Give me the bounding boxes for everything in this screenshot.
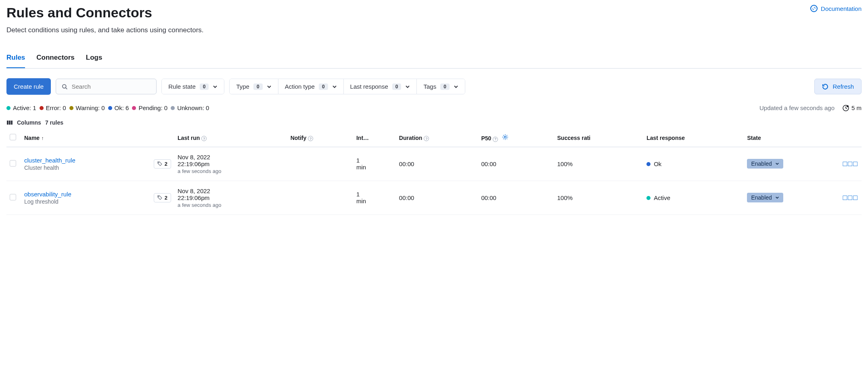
row-checkbox[interactable]	[10, 194, 16, 200]
svg-point-3	[847, 105, 849, 107]
svg-point-0	[63, 84, 66, 88]
status-active: Active: 1	[6, 104, 36, 111]
info-icon: ?	[493, 137, 498, 142]
page-subtitle: Detect conditions using rules, and take …	[6, 26, 862, 34]
col-state[interactable]: State	[744, 129, 839, 147]
cell-p50: 00:00	[478, 181, 554, 215]
rule-type: Log threshold	[24, 198, 147, 205]
status-error: Error: 0	[40, 104, 66, 111]
col-name[interactable]: Name↑	[21, 129, 151, 147]
svg-rect-4	[7, 121, 8, 125]
info-icon: ?	[308, 136, 313, 141]
cell-interval: 1min	[353, 147, 396, 181]
filter-type[interactable]: Type0	[230, 79, 278, 94]
state-badge[interactable]: Enabled	[747, 193, 783, 202]
search-input[interactable]	[71, 83, 151, 90]
col-interval[interactable]: Int…	[353, 129, 396, 147]
svg-rect-5	[9, 121, 10, 125]
col-last-run[interactable]: Last run?	[174, 129, 287, 147]
tab-logs[interactable]: Logs	[86, 50, 102, 68]
filter-last-response[interactable]: Last response0	[344, 79, 417, 94]
chevron-down-icon	[332, 84, 337, 89]
row-actions-button[interactable]: □□□	[843, 160, 858, 168]
documentation-link[interactable]: Documentation	[810, 5, 862, 12]
status-unknown: Unknown: 0	[171, 104, 209, 111]
filter-tags[interactable]: Tags0	[417, 79, 464, 94]
refresh-label: Refresh	[832, 83, 854, 90]
clock-icon	[843, 105, 849, 111]
chevron-down-icon	[775, 196, 779, 200]
toolbar: Create rule Rule state0 Type0Action type…	[6, 78, 862, 95]
table-meta: Columns 7 rules	[6, 119, 862, 126]
info-icon: ?	[201, 136, 207, 141]
chevron-down-icon	[775, 162, 779, 166]
updated-text: Updated a few seconds ago	[759, 104, 835, 111]
tab-connectors[interactable]: Connectors	[36, 50, 74, 68]
gear-icon[interactable]	[502, 134, 508, 140]
create-rule-button[interactable]: Create rule	[6, 78, 51, 95]
col-notify[interactable]: Notify?	[287, 129, 353, 147]
status-pending: Pending: 0	[132, 104, 167, 111]
col-p50[interactable]: P50?	[478, 129, 554, 147]
search-container[interactable]	[56, 79, 157, 94]
col-duration[interactable]: Duration?	[396, 129, 478, 147]
table-row: cluster_health_ruleCluster health2Nov 8,…	[6, 147, 862, 181]
rules-count: 7 rules	[45, 119, 63, 126]
cell-p50: 00:00	[478, 147, 554, 181]
columns-button[interactable]: Columns	[17, 119, 41, 126]
chevron-down-icon	[454, 84, 458, 89]
chevron-down-icon	[405, 84, 410, 89]
columns-icon	[6, 119, 13, 126]
status-row: Active: 1Error: 0Warning: 0Ok: 6Pending:…	[6, 104, 862, 111]
status-warning: Warning: 0	[69, 104, 105, 111]
tag-count[interactable]: 2	[154, 159, 171, 169]
chevron-down-icon	[213, 84, 218, 89]
documentation-label: Documentation	[821, 5, 862, 12]
last-run-time: 22:19:06pm	[178, 160, 284, 167]
chevron-down-icon	[267, 84, 272, 89]
interval-text: 5 m	[851, 104, 862, 111]
filter-action-type[interactable]: Action type0	[278, 79, 344, 94]
rule-name-link[interactable]: observability_rule	[24, 191, 147, 198]
info-icon: ?	[424, 136, 429, 141]
svg-point-9	[158, 196, 159, 197]
cell-success-ratio: 100%	[554, 181, 643, 215]
status-ok: Ok: 6	[108, 104, 129, 111]
auto-refresh-interval[interactable]: 5 m	[843, 104, 862, 111]
rule-name-link[interactable]: cluster_health_rule	[24, 157, 147, 164]
cell-duration: 00:00	[396, 147, 478, 181]
last-run-date: Nov 8, 2022	[178, 154, 284, 160]
table-row: observability_ruleLog threshold2Nov 8, 2…	[6, 181, 862, 215]
tag-icon	[157, 195, 162, 200]
select-all-checkbox[interactable]	[10, 134, 16, 140]
tabs: RulesConnectorsLogs	[6, 50, 862, 69]
help-icon	[810, 5, 818, 12]
refresh-icon	[822, 83, 828, 90]
filter-rule-state[interactable]: Rule state0	[162, 79, 224, 94]
refresh-button[interactable]: Refresh	[814, 79, 862, 94]
tab-rules[interactable]: Rules	[6, 50, 25, 68]
svg-point-7	[504, 136, 506, 138]
last-run-date: Nov 8, 2022	[178, 188, 284, 194]
row-actions-button[interactable]: □□□	[843, 194, 858, 202]
col-success-ratio[interactable]: Success rati	[554, 129, 643, 147]
rule-type: Cluster health	[24, 165, 147, 171]
cell-interval: 1min	[353, 181, 396, 215]
page-title: Rules and Connectors	[6, 5, 152, 21]
svg-point-8	[158, 162, 159, 163]
state-badge[interactable]: Enabled	[747, 159, 783, 169]
cell-last-response: Ok	[643, 147, 744, 181]
last-run-relative: a few seconds ago	[178, 168, 284, 174]
last-run-relative: a few seconds ago	[178, 202, 284, 208]
last-run-time: 22:19:06pm	[178, 194, 284, 201]
cell-duration: 00:00	[396, 181, 478, 215]
sort-asc-icon: ↑	[41, 135, 44, 141]
col-last-response[interactable]: Last response	[643, 129, 744, 147]
svg-line-1	[66, 88, 67, 89]
row-checkbox[interactable]	[10, 160, 16, 167]
rules-table: Name↑ Last run? Notify? Int… Duration? P…	[6, 129, 862, 215]
svg-rect-6	[11, 121, 13, 125]
cell-last-response: Active	[643, 181, 744, 215]
tag-count[interactable]: 2	[154, 193, 171, 202]
tag-icon	[157, 161, 162, 166]
